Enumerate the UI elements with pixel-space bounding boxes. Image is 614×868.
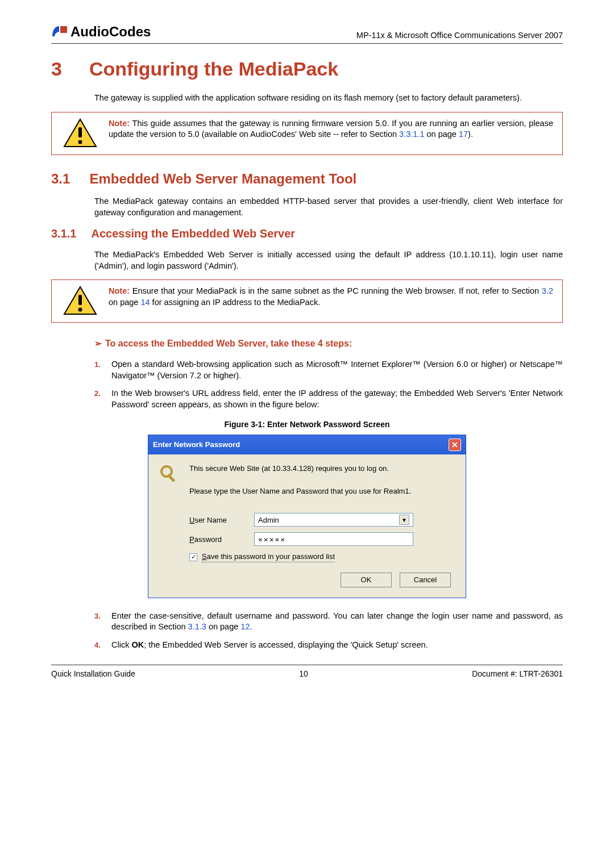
note-2-b: on page <box>109 298 140 307</box>
chevron-down-icon[interactable]: ▼ <box>399 515 409 525</box>
warning-icon <box>52 280 109 322</box>
figure-caption: Figure 3-1: Enter Network Password Scree… <box>51 419 563 430</box>
section-heading: 3.1 Embedded Web Server Management Tool <box>51 170 563 188</box>
ok-button[interactable]: OK <box>341 573 392 587</box>
username-input[interactable]: Admin ▼ <box>254 513 413 527</box>
section-title: Embedded Web Server Management Tool <box>89 170 356 188</box>
link-page-17[interactable]: 17 <box>459 130 468 139</box>
chapter-title: Configuring the MediaPack <box>89 56 338 82</box>
svg-rect-1 <box>78 127 82 137</box>
ok-bold: OK <box>131 640 144 649</box>
dialog-titlebar: Enter Network Password ✕ <box>148 435 466 454</box>
chapter-heading: 3 Configuring the MediaPack <box>51 56 563 82</box>
cancel-button[interactable]: Cancel <box>400 573 451 587</box>
arrow-icon: ➢ <box>94 339 102 348</box>
note-1-c: ). <box>468 130 473 139</box>
steps-list: Open a standard Web-browsing application… <box>94 359 563 410</box>
save-password-checkbox[interactable]: ✓ <box>189 553 197 561</box>
note-label: Note: <box>109 286 130 295</box>
username-label: User Name <box>189 515 246 525</box>
subsection-title: Accessing the Embedded Web Server <box>91 226 295 241</box>
section-paragraph: The MediaPack gateway contains an embedd… <box>94 196 563 218</box>
svg-point-5 <box>78 308 82 312</box>
brand-prefix: Audio <box>70 23 109 41</box>
link-page-14[interactable]: 14 <box>140 298 150 307</box>
procedure-title-text: To access the Embedded Web Server, take … <box>105 339 352 348</box>
link-section-313[interactable]: 3.1.3 <box>188 622 206 631</box>
brand-suffix: Codes <box>109 23 151 41</box>
password-value: ××××× <box>258 535 286 545</box>
password-label: Password <box>189 535 246 545</box>
section-number: 3.1 <box>51 170 70 188</box>
key-icon <box>159 464 181 489</box>
header-doc-title: MP-11x & Microsoft Office Communications… <box>356 30 563 41</box>
svg-point-2 <box>78 140 82 144</box>
note-1-b: on page <box>424 130 458 139</box>
save-password-label: Save this password in your password list <box>202 552 335 562</box>
subsection-number: 3.1.1 <box>51 226 76 241</box>
note-2-text: Note: Ensure that your MediaPack is in t… <box>109 280 562 314</box>
step-3: Enter the case-sensitive, default userna… <box>111 611 563 633</box>
svg-rect-4 <box>78 295 82 305</box>
footer-left: Quick Installation Guide <box>51 669 135 679</box>
link-section-32[interactable]: 3.2 <box>542 286 553 295</box>
dialog-screenshot: Enter Network Password ✕ This secure Web… <box>148 435 466 598</box>
logo-mark-icon <box>51 25 68 39</box>
page-footer: Quick Installation Guide 10 Document #: … <box>51 665 563 679</box>
procedure-title: ➢To access the Embedded Web Server, take… <box>94 337 563 350</box>
page-header: AudioCodes MP-11x & Microsoft Office Com… <box>51 23 563 44</box>
link-page-12[interactable]: 12 <box>240 622 250 631</box>
step-2: In the Web browser's URL address field, … <box>111 388 563 410</box>
note-box-1: Note: This guide assumes that the gatewa… <box>51 112 563 155</box>
dialog-msg-2: Please type the User Name and Password t… <box>189 486 455 496</box>
note-label: Note: <box>109 119 130 128</box>
steps-list-cont: Enter the case-sensitive, default userna… <box>94 611 563 651</box>
note-box-2: Note: Ensure that your MediaPack is in t… <box>51 279 563 323</box>
note-2-c: for assigning an IP address to the Media… <box>150 298 321 307</box>
username-value: Admin <box>258 515 279 525</box>
intro-paragraph: The gateway is supplied with the applica… <box>94 93 563 104</box>
link-section-3311[interactable]: 3.3.1.1 <box>399 130 424 139</box>
note-1-text: Note: This guide assumes that the gatewa… <box>109 112 562 146</box>
brand-logo: AudioCodes <box>51 23 151 41</box>
dialog-msg-1: This secure Web Site (at 10.33.4.128) re… <box>189 464 455 474</box>
dialog-title-text: Enter Network Password <box>153 440 240 450</box>
step-1: Open a standard Web-browsing application… <box>111 359 563 381</box>
close-icon[interactable]: ✕ <box>449 439 461 451</box>
footer-right: Document #: LTRT-26301 <box>472 669 563 679</box>
note-2-a: Ensure that your MediaPack is in the sam… <box>132 286 542 295</box>
footer-page-number: 10 <box>135 669 472 679</box>
subsection-paragraph: The MediaPack's Embedded Web Server is i… <box>94 249 563 272</box>
password-input[interactable]: ××××× <box>254 532 413 546</box>
note-1-a: This guide assumes that the gateway is r… <box>109 119 553 139</box>
subsection-heading: 3.1.1 Accessing the Embedded Web Server <box>51 226 563 241</box>
warning-icon <box>52 112 109 155</box>
step-4: Click OK; the Embedded Web Server is acc… <box>111 640 563 651</box>
chapter-number: 3 <box>51 56 62 82</box>
